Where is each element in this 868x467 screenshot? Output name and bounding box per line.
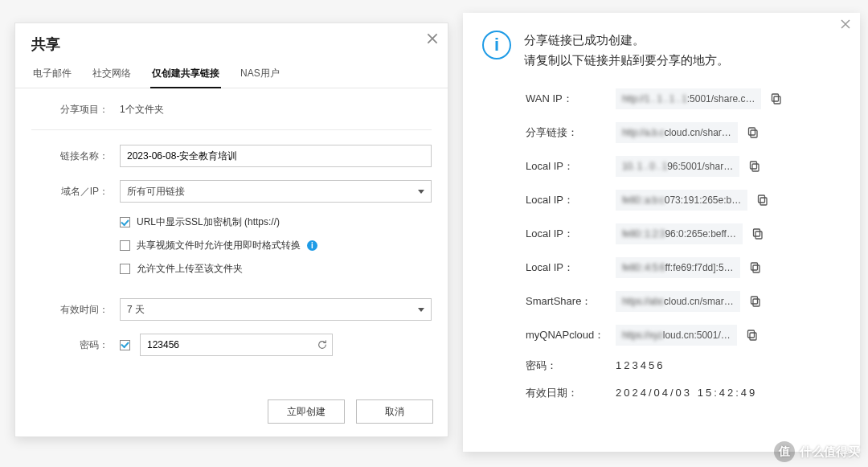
share-item-value: 1个文件夹 bbox=[120, 103, 432, 117]
share-dialog: 共享 电子邮件 社交网络 仅创建共享链接 NAS用户 分享项目： 1个文件夹 链… bbox=[14, 23, 448, 437]
success-line2: 请复制以下链接并贴到要分享的地方。 bbox=[524, 51, 729, 71]
tab-create-link[interactable]: 仅创建共享链接 bbox=[150, 62, 221, 88]
svg-rect-10 bbox=[753, 265, 760, 272]
copy-icon[interactable] bbox=[744, 124, 762, 141]
refresh-icon[interactable] bbox=[317, 339, 328, 350]
svg-rect-9 bbox=[753, 229, 760, 236]
link-created-panel: i 分享链接已成功创建。 请复制以下链接并贴到要分享的地方。 WAN IP：ht… bbox=[463, 13, 860, 452]
link-value[interactable]: https://xyzloud.cn:5001/… bbox=[616, 325, 737, 346]
checkbox-icon bbox=[120, 217, 130, 227]
svg-rect-7 bbox=[759, 195, 765, 203]
copy-icon[interactable] bbox=[747, 259, 764, 277]
link-row: myQNAPcloud：https://xyzloud.cn:5001/… bbox=[526, 325, 841, 346]
link-row-label: 分享链接： bbox=[526, 125, 616, 140]
link-value[interactable]: fe80::a:b:c073:191:265e:b… bbox=[616, 190, 747, 211]
tab-social[interactable]: 社交网络 bbox=[91, 62, 133, 88]
domain-ip-select[interactable]: 所有可用链接 bbox=[120, 180, 432, 203]
link-row-label: myQNAPcloud： bbox=[526, 328, 616, 342]
svg-rect-1 bbox=[772, 94, 779, 101]
svg-rect-5 bbox=[751, 162, 757, 169]
password-checkbox[interactable] bbox=[120, 340, 130, 350]
link-name-input[interactable] bbox=[120, 145, 432, 167]
expire-label: 有效日期： bbox=[526, 386, 616, 400]
link-value[interactable]: fe80::4:5:6ff:fe69:f7dd]:5… bbox=[616, 257, 740, 278]
watermark-icon: 值 bbox=[774, 441, 795, 462]
link-value[interactable]: http://a.b.ccloud.cn/shar… bbox=[616, 122, 738, 143]
link-row: 分享链接：http://a.b.ccloud.cn/shar… bbox=[526, 122, 841, 143]
close-icon[interactable] bbox=[425, 31, 440, 46]
copy-icon[interactable] bbox=[746, 158, 764, 175]
expire-value: 2024/04/03 15:42:49 bbox=[616, 387, 841, 399]
dialog-title: 共享 bbox=[31, 36, 60, 52]
chevron-down-icon bbox=[418, 308, 424, 312]
cancel-button[interactable]: 取消 bbox=[356, 399, 433, 424]
link-row-label: Local IP： bbox=[526, 227, 616, 241]
link-row-label: SmartShare： bbox=[526, 294, 616, 309]
domain-ip-value: 所有可用链接 bbox=[127, 185, 185, 199]
link-value[interactable]: https://abccloud.cn/smar… bbox=[616, 291, 740, 312]
link-row: Local IP：fe80::a:b:c073:191:265e:b… bbox=[526, 190, 841, 211]
link-value[interactable]: http://1 . 1 . 1 . 1:5001/share.c… bbox=[616, 88, 761, 109]
success-line1: 分享链接已成功创建。 bbox=[524, 31, 729, 51]
info-icon[interactable]: i bbox=[307, 240, 317, 251]
link-row: WAN IP：http://1 . 1 . 1 . 1:5001/share.c… bbox=[526, 88, 841, 109]
svg-rect-12 bbox=[753, 299, 760, 306]
chevron-down-icon bbox=[418, 190, 424, 194]
watermark: 值 什么值得买 bbox=[774, 441, 860, 462]
password-label: 密码： bbox=[526, 358, 616, 373]
link-row: SmartShare：https://abccloud.cn/smar… bbox=[526, 291, 841, 312]
valid-time-select[interactable]: 7 天 bbox=[120, 298, 432, 321]
link-row-label: WAN IP： bbox=[526, 92, 616, 106]
transcode-checkbox-row[interactable]: 共享视频文件时允许使用即时格式转换 i bbox=[120, 239, 432, 252]
upload-checkbox-row[interactable]: 允许文件上传至该文件夹 bbox=[120, 262, 432, 276]
checkbox-icon bbox=[120, 264, 130, 274]
copy-icon[interactable] bbox=[754, 191, 772, 209]
link-row-label: Local IP： bbox=[526, 260, 616, 275]
valid-time-label: 有效时间： bbox=[31, 303, 120, 317]
share-form: 分享项目： 1个文件夹 链接名称： 域名／IP： 所有可用链接 bbox=[15, 88, 448, 356]
divider bbox=[31, 129, 432, 130]
link-row-label: Local IP： bbox=[526, 159, 616, 174]
info-icon: i bbox=[482, 31, 511, 59]
svg-rect-3 bbox=[748, 128, 755, 135]
svg-rect-8 bbox=[755, 231, 762, 239]
dialog-button-bar: 立即创建 取消 bbox=[268, 399, 433, 424]
copy-icon[interactable] bbox=[768, 90, 785, 108]
copy-icon[interactable] bbox=[749, 225, 767, 243]
success-message: 分享链接已成功创建。 请复制以下链接并贴到要分享的地方。 bbox=[524, 31, 729, 71]
copy-icon[interactable] bbox=[743, 326, 761, 344]
password-label: 密码： bbox=[31, 338, 120, 352]
share-item-label: 分享项目： bbox=[31, 103, 120, 117]
link-value[interactable]: 10. 1 . 0 . 196:5001/shar… bbox=[616, 156, 739, 177]
tab-nas-user[interactable]: NAS用户 bbox=[239, 62, 281, 88]
link-name-label: 链接名称： bbox=[31, 150, 120, 163]
transcode-label: 共享视频文件时允许使用即时格式转换 bbox=[137, 239, 301, 252]
ssl-checkbox-row[interactable]: URL中显示SSL加密机制 (https://) bbox=[120, 215, 432, 229]
domain-ip-label: 域名／IP： bbox=[31, 185, 120, 199]
watermark-text: 什么值得买 bbox=[800, 444, 860, 460]
svg-rect-15 bbox=[747, 330, 754, 338]
checkbox-icon bbox=[120, 240, 130, 251]
copy-icon[interactable] bbox=[747, 293, 764, 310]
svg-rect-11 bbox=[751, 263, 757, 270]
dialog-tabs: 电子邮件 社交网络 仅创建共享链接 NAS用户 bbox=[15, 62, 448, 88]
svg-rect-14 bbox=[750, 333, 756, 340]
link-row: Local IP：fe80::4:5:6ff:fe69:f7dd]:5… bbox=[526, 257, 841, 278]
ssl-label: URL中显示SSL加密机制 (https://) bbox=[137, 215, 280, 229]
create-button[interactable]: 立即创建 bbox=[268, 399, 345, 424]
link-row-label: Local IP： bbox=[526, 193, 616, 207]
svg-rect-4 bbox=[752, 164, 759, 171]
link-value[interactable]: fe80::1:2:396:0:265e:beff… bbox=[616, 223, 743, 244]
link-row: Local IP：fe80::1:2:396:0:265e:beff… bbox=[526, 223, 841, 244]
svg-rect-6 bbox=[760, 198, 767, 205]
tab-email[interactable]: 电子邮件 bbox=[31, 62, 73, 88]
svg-rect-2 bbox=[751, 130, 757, 137]
svg-rect-0 bbox=[774, 96, 780, 104]
password-input[interactable] bbox=[140, 334, 333, 356]
password-value: 123456 bbox=[616, 359, 841, 371]
links-list: WAN IP：http://1 . 1 . 1 . 1:5001/share.c… bbox=[463, 80, 860, 400]
upload-label: 允许文件上传至该文件夹 bbox=[137, 262, 243, 276]
link-row: Local IP：10. 1 . 0 . 196:5001/shar… bbox=[526, 156, 841, 177]
valid-time-value: 7 天 bbox=[127, 303, 145, 317]
svg-rect-13 bbox=[751, 297, 757, 304]
